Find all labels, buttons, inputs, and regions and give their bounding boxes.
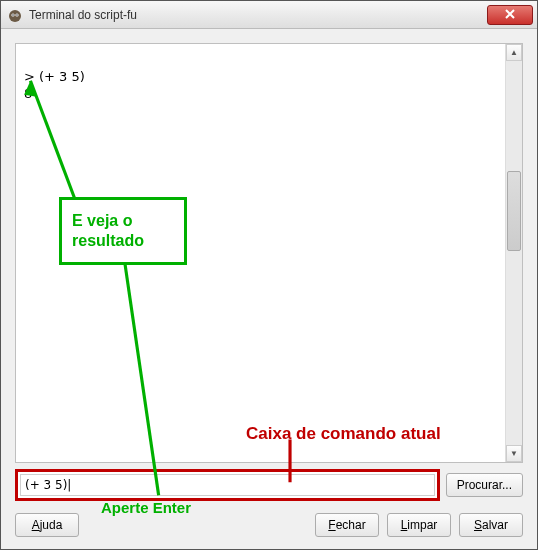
scroll-up-arrow-icon[interactable]: ▲ bbox=[506, 44, 522, 61]
svg-point-4 bbox=[16, 14, 17, 15]
vertical-scrollbar[interactable]: ▲ ▼ bbox=[505, 44, 522, 462]
script-fu-console-window: Terminal do script-fu > (+ 3 5) 8 ▲ ▼ bbox=[0, 0, 538, 550]
clear-button[interactable]: Limpar bbox=[387, 513, 451, 537]
close-icon bbox=[505, 8, 515, 22]
gimp-app-icon bbox=[7, 7, 23, 23]
scroll-down-arrow-icon[interactable]: ▼ bbox=[506, 445, 522, 462]
close-button[interactable]: Fechar bbox=[315, 513, 379, 537]
dialog-button-row: Ajuda Fechar Limpar Salvar bbox=[15, 513, 523, 537]
scroll-track[interactable] bbox=[506, 61, 522, 445]
window-close-button[interactable] bbox=[487, 5, 533, 25]
browse-button[interactable]: Procurar... bbox=[446, 473, 523, 497]
svg-point-0 bbox=[9, 10, 21, 22]
titlebar: Terminal do script-fu bbox=[1, 1, 537, 29]
command-input-highlight bbox=[15, 469, 440, 501]
window-title: Terminal do script-fu bbox=[29, 8, 487, 22]
scroll-thumb[interactable] bbox=[507, 171, 521, 251]
console-result-line: 8 bbox=[24, 86, 32, 101]
spacer bbox=[87, 513, 307, 537]
console-output-area: > (+ 3 5) 8 ▲ ▼ bbox=[15, 43, 523, 463]
save-button[interactable]: Salvar bbox=[459, 513, 523, 537]
help-button[interactable]: Ajuda bbox=[15, 513, 79, 537]
command-input-row: Procurar... bbox=[15, 469, 523, 501]
console-prompt-line: > (+ 3 5) bbox=[24, 69, 85, 84]
client-area: > (+ 3 5) 8 ▲ ▼ Procurar... Ajuda Fechar… bbox=[1, 29, 537, 549]
svg-point-3 bbox=[12, 14, 13, 15]
console-text[interactable]: > (+ 3 5) 8 bbox=[16, 44, 505, 462]
command-input[interactable] bbox=[20, 474, 435, 496]
